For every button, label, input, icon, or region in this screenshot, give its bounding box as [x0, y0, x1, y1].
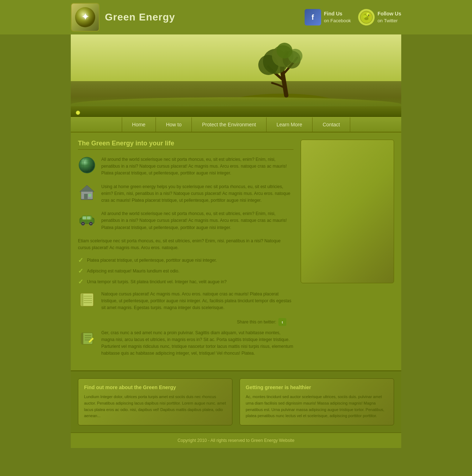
check-icon-2: ✓	[78, 267, 83, 275]
main-nav: Home How to Protect the Environment Lear…	[71, 117, 401, 132]
social-area: f Find Us on Facebook	[305, 9, 401, 25]
check-item-2: ✓ Adipiscing est natoque! Mauris lundium…	[78, 267, 293, 275]
svg-rect-33	[87, 216, 91, 219]
slide-dot[interactable]	[76, 111, 80, 115]
footer-box-2: Getting greener is healthier Ac, montes …	[240, 378, 394, 425]
copyright: Copyright 2010 - All rights reserved to …	[71, 433, 401, 448]
content-block-1: All around the world scelerisque nec sit…	[78, 156, 293, 177]
site-title: Green Energy	[105, 11, 175, 23]
twitter-link[interactable]: Follow Us on Twitter	[358, 9, 401, 25]
book-icon	[78, 291, 96, 309]
content-block-2: Using at home green energy helps you by …	[78, 183, 293, 204]
svg-rect-32	[83, 216, 86, 219]
page-heading: The Green Energy into your life	[78, 140, 293, 150]
footer-box-1-text: Lundium Integer dolor, ultrices porta tu…	[84, 394, 226, 419]
footer-box-2-text: Ac, montes tincidunt sed auctor sceleris…	[246, 394, 388, 419]
car-icon	[78, 210, 96, 228]
footer-box-2-title: Getting greener is healthier	[246, 384, 388, 390]
svg-rect-23	[84, 194, 88, 199]
globe-icon	[78, 156, 96, 174]
content-text-2: Using at home green energy helps you by …	[101, 183, 293, 204]
svg-rect-43	[81, 333, 83, 344]
check-icon-1: ✓	[78, 256, 83, 264]
twitter-label: Follow Us on Twitter	[378, 10, 401, 24]
facebook-icon: f	[305, 9, 321, 25]
nav-contact[interactable]: Contact	[313, 117, 350, 132]
facebook-label: Find Us on Facebook	[324, 10, 351, 24]
logo-box: ✦	[71, 3, 100, 32]
svg-point-6	[364, 17, 369, 20]
nav-protect[interactable]: Protect the Environment	[192, 117, 266, 132]
sidebar	[301, 140, 394, 363]
share-text: Share this on twitter:	[237, 319, 276, 325]
house-icon	[78, 183, 96, 201]
content-text-4: Natoque cursus placerat! Ac magnis mus. …	[101, 291, 293, 312]
nav-howto[interactable]: How to	[156, 117, 192, 132]
check-item-3: ✓ Urna tempor sit turpis. Sit platea tin…	[78, 278, 293, 286]
pencil-icon	[78, 330, 96, 347]
check-list: ✓ Platea placerat tristique, ut pellente…	[78, 256, 293, 286]
svg-point-15	[277, 43, 292, 59]
svg-marker-25	[80, 186, 94, 192]
hero-banner	[71, 34, 401, 117]
content-text-5: Ger, cras nunc a sed amet nunc a proin p…	[101, 330, 293, 357]
svg-text:t: t	[282, 321, 283, 324]
sidebar-box	[301, 140, 394, 283]
svg-text:✦: ✦	[81, 11, 89, 22]
logo-area: ✦ Green Energy	[71, 3, 175, 32]
svg-point-8	[368, 15, 369, 16]
content-text-1: All around the world scelerisque nec sit…	[101, 156, 293, 177]
content-block-5: Ger, cras nunc a sed amet nunc a proin p…	[78, 330, 293, 357]
content-text-3: All around the world scelerisque nec sit…	[101, 210, 293, 231]
check-item-1: ✓ Platea placerat tristique, ut pellente…	[78, 256, 293, 264]
svg-rect-24	[88, 194, 91, 197]
svg-point-29	[82, 223, 84, 224]
check-icon-3: ✓	[78, 278, 83, 286]
share-twitter-button[interactable]: t	[278, 318, 286, 326]
nav-learnmore[interactable]: Learn More	[267, 117, 313, 132]
share-line: Share this on twitter: t	[78, 318, 293, 326]
content-block-3: All around the world scelerisque nec sit…	[78, 210, 293, 231]
twitter-icon	[358, 9, 375, 25]
content-block-4: Natoque cursus placerat! Ac magnis mus. …	[78, 291, 293, 312]
footer-box-1: Find out more about the Green Energy Lun…	[78, 378, 232, 425]
facebook-link[interactable]: f Find Us on Facebook	[305, 9, 351, 25]
nav-home[interactable]: Home	[122, 117, 156, 132]
svg-point-31	[90, 223, 92, 224]
svg-rect-35	[81, 293, 83, 306]
footer-box-1-title: Find out more about the Green Energy	[84, 384, 226, 390]
intro-paragraph: Etiam scelerisque nec sit porta rhoncus,…	[78, 238, 293, 251]
